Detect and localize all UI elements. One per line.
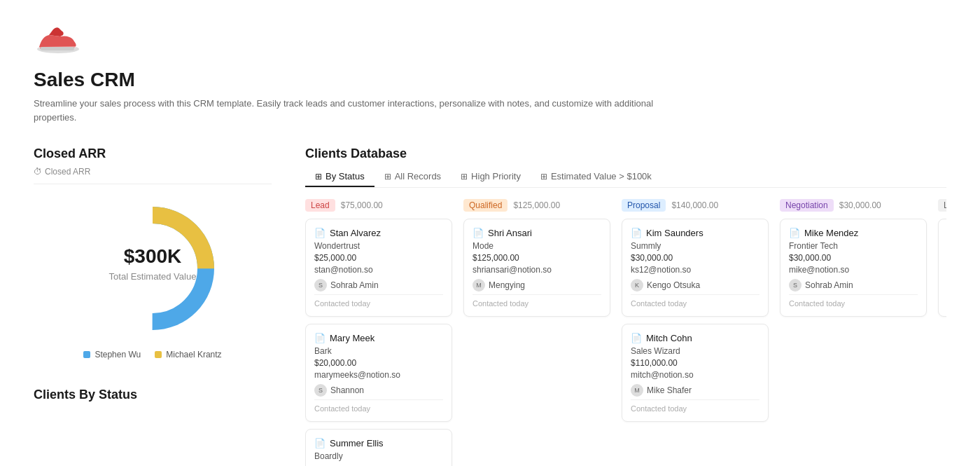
tab-all-records[interactable]: ⊞ All Records [374,167,451,187]
card-person: MMike Shafer [631,384,760,397]
legend-label-michael: Michael Krantz [166,350,221,359]
tab-estimated-value[interactable]: ⊞ Estimated Value > $100k [531,167,662,187]
card-value: $25,000.00 [314,253,443,263]
col-header-proposal: Proposal$140,000.00 [622,199,769,212]
donut-chart-container: $300K Total Estimated Value Stephen Wu M… [34,198,272,359]
status-badge-lead: Lead [305,199,335,212]
card-contact-status: Contacted today [789,294,918,308]
avatar: M [472,279,485,292]
legend-dot-blue [83,351,90,358]
kanban-col-negotiation: Negotiation$30,000.00📄Mike MendezFrontie… [780,199,927,466]
avatar: S [789,279,802,292]
card-value: $125,000.00 [472,253,601,263]
clients-db-tabs: ⊞ By Status ⊞ All Records ⊞ High Priorit… [305,167,946,188]
avatar: M [631,384,643,397]
tab-high-priority[interactable]: ⊞ High Priority [451,167,531,187]
card[interactable]: 📄Summer EllisBoardly [305,429,452,466]
card-company: Summly [631,241,760,251]
card-name: 📄Kim Saunders [631,228,760,238]
card-email: marymeeks@notion.so [314,370,443,380]
doc-icon: 📄 [314,333,326,343]
card-person: SSohrab Amin [314,279,443,292]
col-total-negotiation: $30,000.00 [839,200,881,210]
card[interactable]: 📄Shri AnsariMode$125,000.00shriansari@no… [463,219,610,317]
doc-icon: 📄 [631,228,642,238]
card-contact-status: Contacted today [314,399,443,413]
col-total-qualified: $125,000.00 [513,200,560,210]
logo-icon [34,22,83,57]
card[interactable]: 📄Carrie DukeFuture Labs$20,000.00carrie@… [938,219,946,317]
tab-label-all-records: All Records [395,171,441,181]
card-company: Sales Wizard [631,346,760,356]
page-description: Streamline your sales process with this … [34,97,664,124]
card-contact-status: Contacted today [472,294,601,308]
card-person: MMengying [472,279,601,292]
page-title: Sales CRM [34,69,946,91]
card-name: 📄Stan Alvarez [314,228,443,238]
status-badge-qualified: Qualified [463,199,507,212]
tab-label-estimated-value: Estimated Value > $100k [551,171,652,181]
tab-label-by-status: By Status [326,171,365,181]
doc-icon: 📄 [472,228,484,238]
card[interactable]: 📄Kim SaundersSummly$30,000.00ks12@notion… [622,219,769,317]
card[interactable]: 📄Stan AlvarezWondertrust$25,000.00stan@n… [305,219,452,317]
tab-icon-by-status: ⊞ [315,172,322,181]
card[interactable]: 📄Mike MendezFrontier Tech$30,000.00mike@… [780,219,927,317]
svg-text:$300K: $300K [124,245,182,267]
doc-icon: 📄 [314,228,326,238]
card-name: 📄Shri Ansari [472,228,601,238]
avatar: S [314,384,327,397]
main-layout: Closed ARR ⏱ Closed ARR $300K Total Esti… [34,146,946,466]
doc-icon: 📄 [631,333,642,343]
card-company: Mode [472,241,601,251]
donut-wrapper: $300K Total Estimated Value [83,198,223,338]
tab-icon-high-priority: ⊞ [461,172,468,181]
card-value: $20,000.00 [314,358,443,368]
card-person: SShannon [314,384,443,397]
legend-label-stephen: Stephen Wu [94,350,141,359]
kanban-col-qualified: Qualified$125,000.00📄Shri AnsariMode$125… [463,199,610,466]
left-panel: Closed ARR ⏱ Closed ARR $300K Total Esti… [34,146,272,466]
kanban-col-lost: Lost$20,000.00📄Carrie DukeFuture Labs$20… [938,199,946,466]
kanban-col-proposal: Proposal$140,000.00📄Kim SaundersSummly$3… [622,199,769,466]
avatar: K [631,279,643,292]
kanban-col-lead: Lead$75,000.00📄Stan AlvarezWondertrust$2… [305,199,452,466]
status-badge-proposal: Proposal [622,199,666,212]
tab-icon-estimated-value: ⊞ [540,172,547,181]
card-email: stan@notion.so [314,265,443,275]
kanban-board: Lead$75,000.00📄Stan AlvarezWondertrust$2… [305,199,946,466]
clock-icon: ⏱ [34,167,42,177]
status-badge-negotiation: Negotiation [780,199,834,212]
doc-icon: 📄 [314,438,326,448]
clients-db-title: Clients Database [305,146,946,161]
svg-rect-1 [41,47,74,50]
svg-text:Total Estimated Value: Total Estimated Value [109,271,197,282]
col-header-lost: Lost$20,000.00 [938,199,946,212]
card-company: Bark [314,346,443,356]
doc-icon: 📄 [789,228,800,238]
tab-by-status[interactable]: ⊞ By Status [305,167,374,187]
card-value: $30,000.00 [789,253,918,263]
legend-dot-yellow [155,351,162,358]
card-email: mike@notion.so [789,265,918,275]
card-email: shriansari@notion.so [472,265,601,275]
donut-svg: $300K Total Estimated Value [83,198,223,338]
card-email: ks12@notion.so [631,265,760,275]
card-company: Boardly [314,451,443,461]
logo [34,22,946,63]
card-name: 📄Summer Ellis [314,438,443,448]
status-badge-lost: Lost [938,199,946,212]
card-value: $110,000.00 [631,358,760,368]
card-contact-status: Contacted today [631,294,760,308]
col-total-lead: $75,000.00 [341,200,383,210]
card[interactable]: 📄Mitch CohnSales Wizard$110,000.00mitch@… [622,324,769,422]
card[interactable]: 📄Mary MeekBark$20,000.00marymeeks@notion… [305,324,452,422]
tab-label-high-priority: High Priority [471,171,521,181]
card-email: mitch@notion.so [631,370,760,380]
clients-by-status-title: Clients By Status [34,388,272,402]
closed-arr-title: Closed ARR [34,146,272,161]
card-contact-status: Contacted today [314,294,443,308]
col-header-lead: Lead$75,000.00 [305,199,452,212]
col-header-negotiation: Negotiation$30,000.00 [780,199,927,212]
card-company: Wondertrust [314,241,443,251]
